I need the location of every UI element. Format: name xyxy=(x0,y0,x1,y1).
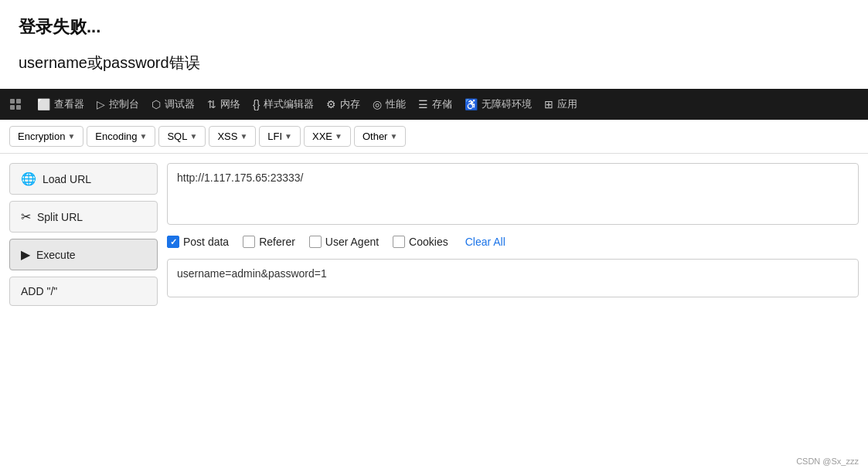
dropdown-sql[interactable]: SQL ▼ xyxy=(158,126,206,147)
devtools-debugger[interactable]: ⬡ 调试器 xyxy=(145,89,201,120)
svg-rect-2 xyxy=(10,105,15,110)
toolbar-bar: Encryption ▼ Encoding ▼ SQL ▼ XSS ▼ LFI … xyxy=(0,120,868,154)
post-data-checkbox-box[interactable] xyxy=(167,236,179,248)
chevron-down-icon: ▼ xyxy=(67,132,75,141)
chevron-down-icon: ▼ xyxy=(189,132,197,141)
user-agent-checkbox[interactable]: User Agent xyxy=(309,236,379,248)
devtools-console[interactable]: ▷ 控制台 xyxy=(90,89,145,120)
post-data-input[interactable]: username=admin&password=1 xyxy=(167,259,859,297)
app-icon: ⊞ xyxy=(544,98,553,110)
dropdown-encoding[interactable]: Encoding ▼ xyxy=(87,126,155,147)
chevron-down-icon: ▼ xyxy=(240,132,247,141)
console-icon: ▷ xyxy=(97,98,105,110)
dropdown-xss[interactable]: XSS ▼ xyxy=(209,126,256,147)
load-url-icon: 🌐 xyxy=(21,171,36,186)
devtools-main-icon[interactable] xyxy=(3,92,28,117)
execute-button[interactable]: ▶ Execute xyxy=(9,239,158,270)
login-fail-title: 登录失败... xyxy=(19,15,849,39)
left-panel: 🌐 Load URL ✂ Split URL ▶ Execute ADD "/" xyxy=(9,163,158,306)
split-url-icon: ✂ xyxy=(21,209,31,224)
chevron-down-icon: ▼ xyxy=(284,132,292,141)
devtools-memory[interactable]: ⚙ 内存 xyxy=(320,89,366,120)
svg-rect-3 xyxy=(16,105,21,110)
cookies-checkbox-box[interactable] xyxy=(393,236,405,248)
devtools-bar: ⬜ 查看器 ▷ 控制台 ⬡ 调试器 ⇅ 网络 {} 样式编辑器 ⚙ 内存 ◎ 性… xyxy=(0,89,868,120)
clear-all-button[interactable]: Clear All xyxy=(465,236,505,248)
url-input[interactable]: http://1.117.175.65:23333/ xyxy=(167,163,859,225)
split-url-button[interactable]: ✂ Split URL xyxy=(9,201,158,233)
user-agent-checkbox-box[interactable] xyxy=(309,236,322,248)
load-url-button[interactable]: 🌐 Load URL xyxy=(9,163,158,195)
top-content: 登录失败... username或password错误 xyxy=(0,0,868,89)
memory-icon: ⚙ xyxy=(326,98,336,110)
login-fail-msg: username或password错误 xyxy=(19,53,849,73)
options-row: Post data Referer User Agent Cookies Cle… xyxy=(167,233,859,251)
post-data-checkbox[interactable]: Post data xyxy=(167,236,229,248)
cookies-checkbox[interactable]: Cookies xyxy=(393,236,448,248)
main-area: 🌐 Load URL ✂ Split URL ▶ Execute ADD "/"… xyxy=(0,154,868,315)
devtools-storage[interactable]: ☰ 存储 xyxy=(412,89,458,120)
devtools-performance[interactable]: ◎ 性能 xyxy=(366,89,412,120)
dropdown-lfi[interactable]: LFI ▼ xyxy=(259,126,301,147)
performance-icon: ◎ xyxy=(373,98,382,110)
accessibility-icon: ♿ xyxy=(465,98,478,110)
right-panel: http://1.117.175.65:23333/ Post data Ref… xyxy=(167,163,859,306)
inspector-icon: ⬜ xyxy=(37,98,50,110)
dropdown-other[interactable]: Other ▼ xyxy=(354,126,406,147)
devtools-app[interactable]: ⊞ 应用 xyxy=(538,89,584,120)
network-icon: ⇅ xyxy=(207,98,216,110)
svg-rect-0 xyxy=(10,99,15,104)
devtools-network[interactable]: ⇅ 网络 xyxy=(201,89,247,120)
devtools-style-editor[interactable]: {} 样式编辑器 xyxy=(247,89,320,120)
add-slash-button[interactable]: ADD "/" xyxy=(9,277,158,306)
storage-icon: ☰ xyxy=(418,98,428,110)
devtools-accessibility[interactable]: ♿ 无障碍环境 xyxy=(458,89,538,120)
dropdown-encryption[interactable]: Encryption ▼ xyxy=(9,126,83,147)
chevron-down-icon: ▼ xyxy=(335,132,342,141)
dropdown-xxe[interactable]: XXE ▼ xyxy=(304,126,351,147)
referer-checkbox[interactable]: Referer xyxy=(243,236,295,248)
svg-rect-1 xyxy=(16,99,21,104)
execute-icon: ▶ xyxy=(21,247,30,262)
referer-checkbox-box[interactable] xyxy=(243,236,255,248)
style-editor-icon: {} xyxy=(253,98,260,110)
devtools-inspector[interactable]: ⬜ 查看器 xyxy=(31,89,90,120)
chevron-down-icon: ▼ xyxy=(140,132,148,141)
chevron-down-icon: ▼ xyxy=(390,132,397,141)
debugger-icon: ⬡ xyxy=(151,98,161,110)
